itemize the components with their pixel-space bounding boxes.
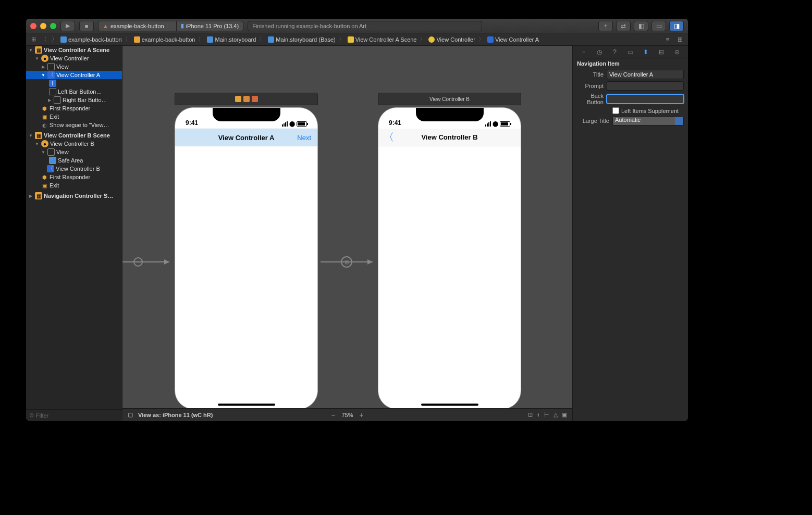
pin-icon[interactable]: ⊢ bbox=[544, 411, 549, 418]
view-as-label[interactable]: View as: iPhone 11 (wC hR) bbox=[138, 412, 213, 418]
phone-frame-b: 9:41 ⬤ 〈 View Controller B bbox=[378, 107, 521, 408]
zoom-out-button[interactable]: − bbox=[331, 411, 335, 419]
history-inspector-tab[interactable]: ◷ bbox=[595, 47, 604, 57]
nav-title-a: View Controller A bbox=[218, 134, 275, 142]
stop-button[interactable]: ■ bbox=[79, 21, 94, 31]
outline-segue[interactable]: ◐Show segue to "View… bbox=[26, 121, 122, 129]
outline-scene-b[interactable]: ▼▦View Controller B Scene bbox=[26, 131, 122, 140]
large-title-select[interactable]: Automatic bbox=[612, 116, 684, 125]
outline-vc-b[interactable]: ▼●View Controller B bbox=[26, 140, 122, 148]
svg-marker-4 bbox=[367, 259, 373, 265]
next-button[interactable]: Next bbox=[297, 134, 311, 142]
outline-left-bar[interactable]: Left Bar Button… bbox=[26, 87, 122, 96]
outline-view-b[interactable]: ▼View bbox=[26, 148, 122, 156]
align-icon[interactable]: ⫞ bbox=[537, 411, 540, 418]
home-indicator-icon bbox=[421, 404, 478, 406]
prompt-field[interactable] bbox=[607, 81, 684, 91]
connections-inspector-tab[interactable]: ⊝ bbox=[672, 47, 682, 57]
run-button[interactable]: ▶ bbox=[60, 21, 75, 31]
identity-inspector-tab[interactable]: ▭ bbox=[625, 47, 635, 57]
entry-arrow-icon bbox=[122, 254, 175, 270]
resolve-icon[interactable]: △ bbox=[553, 411, 558, 418]
crumb-vc[interactable]: View Controller bbox=[428, 36, 475, 43]
outline-nav-scene[interactable]: ▶▦Navigation Controller S… bbox=[26, 192, 122, 200]
embed-in-icon[interactable]: ▣ bbox=[562, 411, 567, 418]
outline-vc-a[interactable]: ▼●View Controller bbox=[26, 54, 122, 62]
left-items-supplement-checkbox[interactable] bbox=[612, 107, 619, 114]
vc-icon bbox=[235, 96, 241, 102]
svg-text:⊞: ⊞ bbox=[345, 259, 349, 265]
notch-icon bbox=[213, 108, 280, 121]
title-field[interactable] bbox=[607, 70, 684, 79]
time-label: 9:41 bbox=[389, 119, 401, 127]
time-label: 9:41 bbox=[186, 119, 198, 127]
help-inspector-tab[interactable]: ? bbox=[610, 47, 620, 57]
adjust-editor-icon[interactable]: ⊞ bbox=[675, 35, 685, 44]
back-button-field[interactable] bbox=[607, 94, 684, 104]
outline-toggle-icon[interactable]: ≡ bbox=[663, 35, 672, 44]
outline-first-responder-a[interactable]: ⬢First Responder bbox=[26, 104, 122, 112]
crumb-storyboard-base[interactable]: Main.storyboard (Base) bbox=[268, 36, 335, 43]
outline-view-a[interactable]: ▶View bbox=[26, 62, 122, 71]
outline-filter[interactable]: ⊜ Filter bbox=[26, 409, 122, 421]
xcode-window: ▶ ■ ▲example-back-button〉 ▮iPhone 11 Pro… bbox=[26, 19, 688, 421]
crumb-navitem[interactable]: View Controller A bbox=[487, 36, 539, 43]
navbar-a: View Controller A Next bbox=[175, 129, 317, 146]
large-title-label: Large Title bbox=[577, 118, 609, 124]
outline-navitem-a[interactable]: ▼〈View Controller A bbox=[26, 71, 122, 79]
related-items-icon[interactable]: ⊞ bbox=[29, 36, 38, 43]
canvas-footer: ▢ View as: iPhone 11 (wC hR) − 75% + ⊡ ⫞… bbox=[122, 408, 572, 421]
main-area: ▼▦View Controller A Scene ▼●View Control… bbox=[26, 46, 688, 421]
scene-view-controller-a[interactable]: 9:41 ⬤ View Controller A Next bbox=[175, 93, 318, 408]
exit-icon bbox=[252, 96, 258, 102]
nav-title-b: View Controller B bbox=[421, 133, 477, 141]
scheme-selector[interactable]: ▲example-back-button〉 ▮iPhone 11 Pro (13… bbox=[98, 21, 243, 31]
crumb-scene[interactable]: View Controller A Scene bbox=[348, 36, 417, 43]
outline-exit-b[interactable]: ▣Exit bbox=[26, 181, 122, 190]
back-chevron-icon[interactable]: 〈 bbox=[384, 130, 394, 144]
toggle-navigator-button[interactable]: ◧ bbox=[634, 21, 648, 31]
outline-navitem-b[interactable]: 〈View Controller B bbox=[26, 165, 122, 173]
phone-frame-a: 9:41 ⬤ View Controller A Next bbox=[175, 107, 318, 408]
toggle-debug-button[interactable]: ▭ bbox=[651, 21, 666, 31]
embed-icon[interactable]: ⊡ bbox=[528, 411, 533, 418]
code-review-button[interactable]: ⇄ bbox=[616, 21, 631, 31]
device-config-icon[interactable]: ▢ bbox=[128, 411, 133, 418]
activity-status: Finished running example-back-button on … bbox=[248, 21, 482, 31]
minimize-icon[interactable] bbox=[40, 23, 46, 29]
size-inspector-tab[interactable]: ⊟ bbox=[657, 47, 666, 57]
inspector-tabs: ▫ ◷ ? ▭ ⬍ ⊟ ⊝ bbox=[573, 46, 688, 58]
outline-exit-a[interactable]: ▣Exit bbox=[26, 112, 122, 121]
prompt-label: Prompt bbox=[577, 83, 604, 89]
scheme-device: iPhone 11 Pro (13.4) bbox=[186, 23, 239, 29]
zoom-icon[interactable] bbox=[50, 23, 56, 29]
zoom-in-button[interactable]: + bbox=[360, 411, 364, 419]
outline-sub-i[interactable]: I bbox=[26, 79, 122, 87]
crumb-folder[interactable]: example-back-button bbox=[134, 36, 195, 43]
storyboard-canvas[interactable]: ⊞ 9:41 ⬤ bbox=[122, 46, 572, 408]
outline-first-responder-b[interactable]: ⬢First Responder bbox=[26, 173, 122, 181]
crumb-project[interactable]: example-back-button bbox=[60, 36, 122, 43]
canvas-wrap: ⊞ 9:41 ⬤ bbox=[122, 46, 572, 421]
outline-right-bar[interactable]: ▶Right Bar Butto… bbox=[26, 96, 122, 104]
close-icon[interactable] bbox=[30, 23, 36, 29]
crumb-storyboard[interactable]: Main.storyboard bbox=[207, 36, 256, 43]
forward-arrow-icon[interactable]: 〉 bbox=[50, 35, 58, 43]
segue-arrow-icon[interactable]: ⊞ bbox=[321, 254, 378, 270]
outline-safe-area[interactable]: Safe Area bbox=[26, 156, 122, 165]
scene-header-b[interactable]: View Controller B bbox=[378, 93, 521, 105]
toggle-inspector-button[interactable]: ◨ bbox=[669, 21, 684, 31]
outline-scene-a[interactable]: ▼▦View Controller A Scene bbox=[26, 46, 122, 54]
scene-header-a[interactable] bbox=[175, 93, 318, 105]
filter-icon: ⊜ bbox=[29, 412, 34, 419]
library-button[interactable]: ＋ bbox=[598, 21, 613, 31]
titlebar: ▶ ■ ▲example-back-button〉 ▮iPhone 11 Pro… bbox=[26, 19, 688, 33]
file-inspector-tab[interactable]: ▫ bbox=[579, 47, 588, 57]
inspector-panel: ▫ ◷ ? ▭ ⬍ ⊟ ⊝ Navigation Item Title Prom… bbox=[572, 46, 688, 421]
attributes-inspector-tab[interactable]: ⬍ bbox=[641, 47, 650, 57]
back-arrow-icon[interactable]: 〈 bbox=[40, 35, 48, 43]
scene-view-controller-b[interactable]: View Controller B 9:41 ⬤ 〈 View Controll… bbox=[378, 93, 521, 408]
home-indicator-icon bbox=[218, 404, 275, 406]
title-label: Title bbox=[577, 71, 604, 78]
notch-icon bbox=[416, 108, 484, 121]
